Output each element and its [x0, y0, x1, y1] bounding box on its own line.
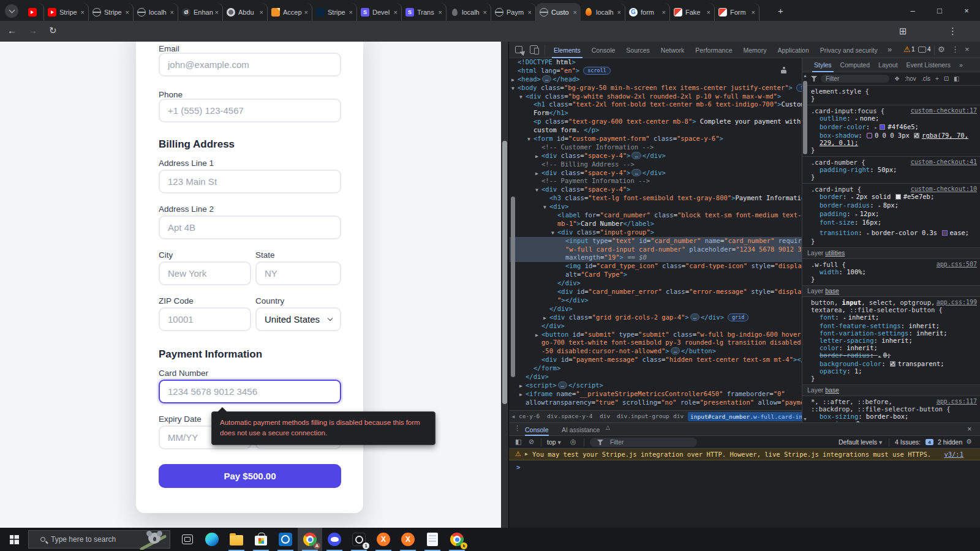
layer-link[interactable]: base	[825, 386, 839, 394]
taskbar-app-store[interactable]	[249, 528, 273, 551]
styles-tab-computed[interactable]: Computed	[836, 58, 874, 72]
tab-close-icon[interactable]: ×	[573, 9, 577, 16]
devtools-close-icon[interactable]: ×	[965, 45, 970, 54]
tree-line[interactable]: ▼<div class="bg-white shadow-2xl rounded…	[510, 92, 802, 101]
extensions-icon[interactable]: ⊞	[899, 26, 907, 37]
expand-closed-icon[interactable]: ▶	[511, 76, 514, 84]
color-swatch-icon[interactable]: ⊡	[944, 75, 949, 82]
pay-button[interactable]: Pay $500.00	[159, 464, 341, 488]
browser-tab[interactable]: Paym×	[491, 3, 536, 21]
new-tab-button[interactable]: +	[778, 6, 783, 16]
tree-line[interactable]: </div>	[510, 279, 802, 288]
browser-tab[interactable]: localh×	[581, 3, 625, 21]
css-property[interactable]: border: ▸2px solid #e5e7eb;	[811, 193, 977, 201]
tree-line[interactable]: <label for="card_number" class="block te…	[510, 211, 802, 220]
tab-close-icon[interactable]: ×	[439, 9, 442, 16]
page-scrollbar[interactable]	[501, 42, 508, 528]
styles-more-tabs-icon[interactable]: »	[955, 58, 967, 72]
tree-line[interactable]: <img id="card_type_icon" class="card-typ…	[510, 262, 802, 271]
maximize-button[interactable]: □	[926, 6, 953, 15]
sidebar-panel-icon[interactable]: ◧	[954, 75, 959, 82]
tab-close-icon[interactable]: ×	[483, 9, 487, 16]
styles-filter-input[interactable]: Filter	[821, 75, 889, 83]
tree-line[interactable]: <!-- Billing Address -->	[510, 160, 802, 169]
taskbar-app-notepad[interactable]	[420, 528, 445, 551]
element-states-icon[interactable]: ❖	[894, 75, 900, 82]
styles-scrollbar[interactable]: ▲ ▼	[802, 72, 808, 422]
devtools-tab-application[interactable]: Application	[772, 42, 814, 58]
tab-close-icon[interactable]: ×	[170, 9, 174, 16]
tab-search-button[interactable]	[5, 4, 18, 18]
expand-open-icon[interactable]: ▼	[551, 229, 554, 238]
taskbar-app-outlook[interactable]	[273, 528, 298, 551]
forward-button[interactable]: →	[28, 25, 37, 36]
devtools-tab-memory[interactable]: Memory	[737, 42, 772, 58]
tree-line[interactable]: ▶<iframe name="__privateStripeMetricsCon…	[510, 390, 802, 399]
css-property[interactable]: padding: ▸12px;	[811, 210, 977, 219]
state-field[interactable]	[255, 261, 341, 285]
error-warning-icon[interactable]: ⚠	[903, 45, 911, 54]
console-prompt-chevron[interactable]: >	[516, 463, 521, 471]
tab-close-icon[interactable]: ×	[126, 9, 129, 16]
css-property[interactable]: border-radius: ▸0;	[811, 351, 977, 360]
expand-arrow-icon[interactable]: ▶	[525, 451, 528, 457]
expand-open-icon[interactable]: ▼	[543, 203, 546, 212]
scroll-down-icon[interactable]: ▼	[802, 417, 808, 421]
breadcrumb-scroll-left-icon[interactable]: ◀	[509, 412, 518, 421]
tree-line[interactable]: <!-- Customer Information -->	[510, 143, 802, 152]
zip-field[interactable]	[159, 307, 251, 331]
browser-tab[interactable]: localh×	[134, 3, 178, 21]
close-drawer-icon[interactable]: ×	[967, 424, 972, 433]
tab-close-icon[interactable]: ×	[617, 9, 621, 16]
elements-scrollbar-thumb[interactable]	[511, 197, 515, 377]
breadcrumb-item-selected[interactable]: input#card_number.w-full.card-input.card…	[688, 412, 802, 421]
browser-tab[interactable]: Accep×	[268, 3, 312, 21]
css-property[interactable]: width: 100%;	[811, 268, 977, 276]
css-property[interactable]: border-color: ▸#4f46e5;	[811, 123, 977, 132]
expand-closed-icon[interactable]: ▶	[535, 152, 538, 161]
devtools-settings-gear-icon[interactable]: ⚙	[938, 45, 945, 54]
grid-badge[interactable]: grid	[728, 313, 748, 321]
tree-line[interactable]: </div>	[510, 322, 802, 331]
tree-line[interactable]: go-700 text-white font-semibold py-3 rou…	[510, 339, 802, 347]
tree-line[interactable]: -50 disabled:cursor-not-allowed">…</butt…	[510, 347, 802, 356]
tree-line[interactable]: ▶<head>…</head>	[510, 75, 802, 84]
reload-button[interactable]: ↻	[49, 25, 57, 36]
tree-line[interactable]: ▼<div class="space-y-4">	[510, 186, 802, 194]
taskbar-app-edge[interactable]	[200, 528, 224, 551]
tree-line[interactable]: </div>	[510, 373, 802, 381]
rule-source-link[interactable]: custom-checkout:17	[911, 107, 977, 114]
tree-line[interactable]: ▼<div>	[510, 203, 802, 211]
devtools-menu-icon[interactable]: ⋮	[951, 45, 959, 54]
tree-line[interactable]: maxlength="19"> == $0	[510, 253, 802, 262]
tab-close-icon[interactable]: ×	[662, 9, 666, 16]
taskbar-app-capture[interactable]: 1	[347, 528, 371, 551]
tab-close-icon[interactable]: ×	[394, 9, 398, 16]
tree-line[interactable]: <!DOCTYPE html>	[510, 58, 802, 67]
taskbar-app-explorer[interactable]	[224, 528, 249, 551]
browser-tab-active[interactable]: Custo×	[536, 3, 581, 21]
tab-console[interactable]: Console	[525, 423, 549, 436]
browser-tab[interactable]: Form×	[715, 3, 760, 21]
tree-line[interactable]: Form</h1>	[510, 109, 802, 118]
taskbar-app-discord[interactable]	[322, 528, 347, 551]
tree-line[interactable]: </form>	[510, 364, 802, 373]
expand-closed-icon[interactable]: ▶	[535, 331, 538, 340]
browser-menu-icon[interactable]: ⋮	[948, 26, 957, 37]
clear-console-icon[interactable]: ⊘	[529, 438, 534, 446]
taskbar-app-chrome[interactable]: A	[298, 528, 322, 551]
breadcrumb-item[interactable]: div	[673, 413, 684, 419]
phone-field[interactable]	[159, 99, 341, 122]
tree-line[interactable]: alt="Card Type">	[510, 271, 802, 279]
start-button[interactable]	[0, 528, 28, 551]
styles-scrollbar-thumb[interactable]	[803, 81, 807, 154]
breadcrumb-item[interactable]: ce-y-6	[519, 413, 540, 419]
device-toolbar-icon[interactable]	[530, 45, 538, 54]
new-style-rule-icon[interactable]: +	[935, 75, 939, 82]
console-filter-input[interactable]: Filter	[590, 438, 697, 447]
warning-source-link[interactable]: v3/:1	[944, 451, 963, 458]
tree-line[interactable]: <html lang="en">scroll	[510, 67, 802, 75]
tab-close-icon[interactable]: ×	[81, 9, 85, 16]
issues-counter[interactable]: 4 Issues:	[895, 438, 921, 446]
card-number-input[interactable]	[159, 380, 341, 403]
